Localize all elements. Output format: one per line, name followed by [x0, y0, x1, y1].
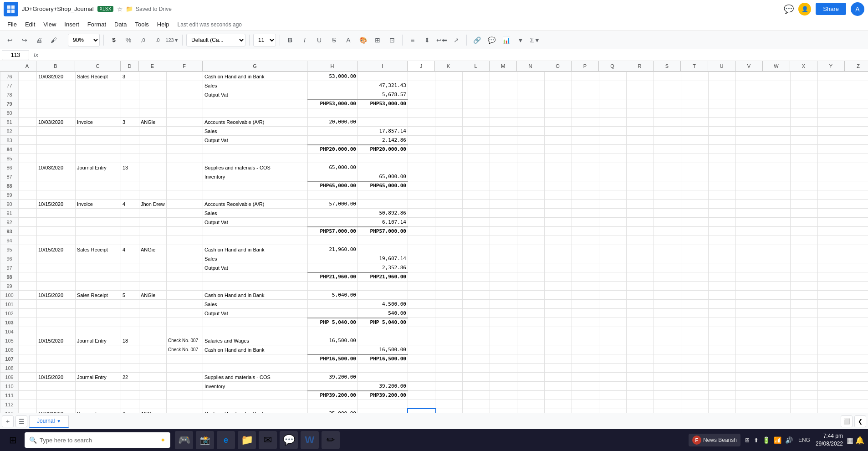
cell-extra[interactable]: [791, 154, 818, 163]
comment-icon[interactable]: 💬: [784, 4, 794, 14]
cell-i-credit[interactable]: [358, 190, 408, 200]
cell-extra[interactable]: [681, 154, 709, 163]
cell-i-credit[interactable]: [358, 163, 408, 172]
cell-extra[interactable]: [791, 200, 818, 209]
cell-j[interactable]: [408, 200, 435, 209]
cell-extra[interactable]: [791, 108, 818, 118]
battery-icon[interactable]: 🔋: [762, 436, 770, 444]
cell-h-debit[interactable]: PHP57,000.00: [308, 227, 358, 236]
cell-d-num[interactable]: 13: [121, 163, 139, 172]
cell-extra[interactable]: [654, 254, 681, 263]
cell-extra[interactable]: [681, 227, 709, 236]
taskbar-app-minecraft[interactable]: 🎮: [175, 431, 193, 449]
cell-extra[interactable]: [627, 209, 654, 218]
cell-extra[interactable]: [435, 209, 463, 218]
cell-extra[interactable]: [517, 354, 545, 364]
cell-extra[interactable]: [818, 81, 845, 90]
cell-extra[interactable]: [463, 127, 490, 136]
cell-extra[interactable]: [818, 373, 845, 382]
cell-i-credit[interactable]: PHP20,000.00: [358, 145, 408, 154]
cell-e-name[interactable]: [139, 127, 167, 136]
cell-g-account[interactable]: [203, 400, 308, 409]
cell-a[interactable]: [19, 345, 37, 354]
cell-e-name[interactable]: [139, 272, 167, 282]
cell-extra[interactable]: [791, 382, 818, 391]
cell-extra[interactable]: [490, 81, 517, 90]
cell-i-credit[interactable]: [358, 409, 408, 413]
cell-e-name[interactable]: [139, 236, 167, 245]
cell-extra[interactable]: [490, 282, 517, 291]
cell-e-name[interactable]: [139, 90, 167, 99]
cell-e-name[interactable]: [139, 172, 167, 181]
cell-extra[interactable]: [517, 300, 545, 309]
col-header-h[interactable]: H: [307, 61, 357, 71]
cell-f-ref[interactable]: [167, 200, 203, 209]
user-avatar[interactable]: A: [851, 2, 864, 16]
cell-a[interactable]: [19, 382, 37, 391]
cell-extra[interactable]: [627, 227, 654, 236]
cell-extra[interactable]: [818, 218, 845, 227]
cell-d-num[interactable]: [121, 272, 139, 282]
bold-button[interactable]: B: [284, 34, 296, 46]
cell-extra[interactable]: [709, 154, 736, 163]
cell-extra[interactable]: [709, 118, 736, 127]
cell-j[interactable]: [408, 163, 435, 172]
cell-extra[interactable]: [517, 190, 545, 200]
cell-extra[interactable]: [517, 245, 545, 254]
cell-g-account[interactable]: Output Vat: [203, 309, 308, 318]
cell-extra[interactable]: [572, 99, 599, 108]
cell-a[interactable]: [19, 373, 37, 382]
cell-i-credit[interactable]: 2,352.86: [358, 263, 408, 272]
cell-extra[interactable]: [818, 327, 845, 336]
cell-extra[interactable]: [818, 400, 845, 409]
cell-j[interactable]: [408, 309, 435, 318]
cell-extra[interactable]: [763, 409, 791, 413]
cell-extra[interactable]: [463, 272, 490, 282]
cell-extra[interactable]: [463, 190, 490, 200]
cell-c-type[interactable]: Payment: [76, 409, 121, 413]
cell-h-debit[interactable]: [308, 254, 358, 263]
cell-extra[interactable]: [818, 263, 845, 272]
cell-extra[interactable]: [517, 154, 545, 163]
cell-extra[interactable]: [627, 373, 654, 382]
cell-h-debit[interactable]: [308, 172, 358, 181]
cell-extra[interactable]: [599, 391, 627, 400]
cell-extra[interactable]: [463, 218, 490, 227]
cell-extra[interactable]: [490, 327, 517, 336]
cell-h-debit[interactable]: [308, 263, 358, 272]
cell-b-date[interactable]: [37, 354, 76, 364]
cell-extra[interactable]: [599, 400, 627, 409]
col-header-s[interactable]: S: [654, 61, 681, 71]
cell-c-type[interactable]: [76, 327, 121, 336]
cell-d-num[interactable]: 3: [121, 118, 139, 127]
cell-j[interactable]: [408, 282, 435, 291]
cell-extra[interactable]: [791, 172, 818, 181]
cell-extra[interactable]: [709, 291, 736, 300]
cell-extra[interactable]: [709, 145, 736, 154]
cell-extra[interactable]: [709, 354, 736, 364]
cell-extra[interactable]: [627, 218, 654, 227]
cell-d-num[interactable]: [121, 209, 139, 218]
taskbar-app-files[interactable]: 📁: [238, 431, 256, 449]
text-wrap-button[interactable]: ↩⬅: [435, 34, 448, 46]
cell-extra[interactable]: [818, 382, 845, 391]
cell-extra[interactable]: [599, 127, 627, 136]
cell-extra[interactable]: [763, 108, 791, 118]
cell-extra[interactable]: [463, 99, 490, 108]
cell-extra[interactable]: [736, 282, 763, 291]
cell-extra[interactable]: [736, 263, 763, 272]
cell-extra[interactable]: [435, 181, 463, 190]
col-header-o[interactable]: O: [544, 61, 572, 71]
cell-extra[interactable]: [463, 391, 490, 400]
cell-extra[interactable]: [490, 391, 517, 400]
cell-j[interactable]: [408, 272, 435, 282]
cell-extra[interactable]: [545, 272, 572, 282]
cell-extra[interactable]: [736, 272, 763, 282]
col-header-z[interactable]: Z: [845, 61, 868, 71]
cell-extra[interactable]: [845, 81, 868, 90]
cell-d-num[interactable]: [121, 382, 139, 391]
cell-b-date[interactable]: [37, 181, 76, 190]
cell-extra[interactable]: [572, 409, 599, 413]
cell-extra[interactable]: [681, 309, 709, 318]
col-header-x[interactable]: X: [790, 61, 817, 71]
